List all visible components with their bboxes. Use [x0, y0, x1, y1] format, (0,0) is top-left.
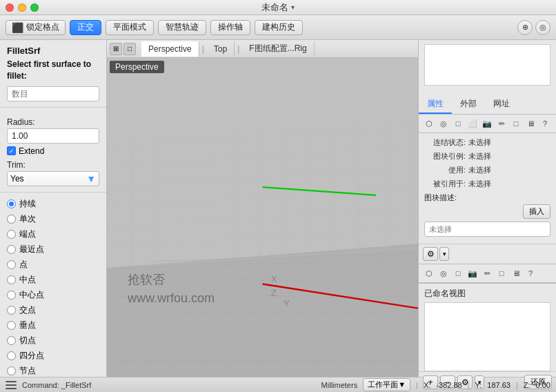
named-views-label: 已命名视图	[419, 284, 556, 302]
smart-track-button[interactable]: 智慧轨迹	[158, 20, 206, 35]
help-icon-2[interactable]: ?	[524, 267, 537, 280]
extend-checkbox[interactable]: ✓	[7, 146, 16, 155]
object-icon[interactable]: ◎	[437, 117, 450, 130]
object-icon-2[interactable]: ◎	[437, 267, 450, 280]
layers-icon[interactable]: ⬡	[423, 117, 435, 130]
edit-icon-2[interactable]: ✏	[481, 267, 493, 280]
x-label: X:	[424, 381, 430, 389]
y-value: 187.63	[487, 381, 510, 389]
gumball-button[interactable]: 操作轴	[210, 20, 250, 35]
prop-label-3: 被引用于:	[424, 179, 466, 189]
svg-text:Y: Y	[284, 298, 290, 308]
prop-value-2: 未选择	[468, 165, 491, 175]
radio-endpoint[interactable]: 端点	[7, 228, 99, 240]
watermark: 抢软否 www.wrfou.com	[128, 271, 215, 308]
display-icon[interactable]: □	[510, 117, 522, 130]
properties-section: 连结状态: 未选择 图块引例: 未选择 使用: 未选择 被引用于: 未选择 图块…	[419, 133, 556, 244]
monitor-icon[interactable]: 🖥	[524, 117, 537, 130]
properties-tabs: 属性 外部 网址	[419, 95, 556, 115]
radius-input[interactable]	[7, 128, 99, 144]
gear-dropdown[interactable]: ▾	[439, 247, 449, 261]
title-bar: 未命名 ▾	[0, 0, 556, 15]
prop-label-1: 图块引例:	[424, 151, 466, 161]
circle-icon-2[interactable]: ◎	[535, 20, 550, 35]
prop-label-0: 连结状态:	[424, 137, 466, 148]
viewport-3d[interactable]: Perspective	[107, 58, 418, 377]
minimize-button[interactable]	[18, 3, 26, 12]
command-text: Command: _FilletSrf	[22, 381, 91, 389]
osnap-section: 持续 单次 端点 最近点 点 中点	[0, 193, 106, 377]
prop-row-1: 图块引例: 未选择	[424, 151, 550, 161]
title-dropdown-icon[interactable]: ▾	[291, 3, 295, 11]
main-layout: FilletSrf Select first surface to fillet…	[0, 40, 556, 377]
block-desc-input[interactable]	[424, 222, 550, 237]
tab-layout-label: F图纸配置...Rig	[249, 43, 306, 55]
tab-perspective-label: Perspective	[148, 44, 192, 54]
prop-value-1: 未选择	[468, 151, 491, 161]
prop-value-0: 未选择	[468, 137, 491, 148]
tab-layout[interactable]: F图纸配置...Rig	[242, 41, 314, 57]
display-icon-2[interactable]: □	[495, 267, 508, 280]
radio-once[interactable]: 单次	[7, 213, 99, 225]
radio-continue[interactable]: 持续	[7, 198, 99, 210]
lock-label: 锁定格点	[26, 21, 59, 33]
edit-icon[interactable]: ✏	[495, 117, 508, 130]
trim-label: Trim:	[7, 160, 99, 170]
tab-external[interactable]: 外部	[452, 95, 485, 114]
planar-button[interactable]: 平面模式	[106, 20, 154, 35]
radio-label-4: 点	[19, 259, 28, 271]
ortho-button[interactable]: 正交	[70, 20, 101, 35]
prop-row-2: 使用: 未选择	[424, 165, 550, 175]
radio-midpoint[interactable]: 中点	[7, 274, 99, 286]
viewport-tab-icons: ⊞ □	[110, 43, 136, 55]
count-input[interactable]	[7, 86, 99, 101]
radio-label-8: 垂点	[19, 320, 36, 331]
panel-title: FilletSrf	[7, 46, 99, 56]
gear-row: ⚙ ▾	[419, 244, 556, 264]
tab-url[interactable]: 网址	[485, 95, 518, 114]
gear-button[interactable]: ⚙	[423, 247, 438, 261]
menu-icon[interactable]	[6, 381, 17, 389]
environment-icon[interactable]: ⬜	[466, 117, 479, 130]
single-view-icon[interactable]: □	[123, 43, 136, 55]
radio-label-7: 交点	[19, 304, 36, 316]
radio-nearest[interactable]: 最近点	[7, 244, 99, 255]
lock-grid-button[interactable]: ⬛ 锁定格点	[6, 20, 66, 35]
maximize-button[interactable]	[30, 3, 39, 12]
radio-label-5: 中点	[19, 274, 36, 286]
radio-perp[interactable]: 垂点	[7, 320, 99, 331]
radio-intersect[interactable]: 交点	[7, 304, 99, 316]
tab-attributes[interactable]: 属性	[419, 95, 452, 114]
tab-perspective[interactable]: Perspective	[141, 41, 199, 57]
radio-quad[interactable]: 四分点	[7, 350, 99, 362]
extend-row: ✓ Extend	[7, 146, 99, 156]
radio-label-9: 切点	[19, 335, 36, 346]
camera-icon[interactable]: 📷	[481, 117, 493, 130]
circle-icon-1[interactable]: ⊕	[517, 20, 533, 35]
tab-top[interactable]: Top	[207, 41, 235, 57]
close-button[interactable]	[6, 3, 14, 12]
radio-label-2: 端点	[19, 228, 36, 240]
radio-center[interactable]: 中心点	[7, 289, 99, 301]
watermark-line2: www.wrfou.com	[128, 289, 215, 308]
layers-icon-2[interactable]: ⬡	[423, 267, 435, 280]
window-controls	[6, 3, 39, 12]
z-label: Z:	[524, 381, 530, 389]
trim-select[interactable]: Yes ▼	[7, 171, 99, 186]
left-panel: FilletSrf Select first surface to fillet…	[0, 40, 107, 377]
radio-knot[interactable]: 节点	[7, 365, 99, 377]
material-icon-2[interactable]: □	[452, 267, 464, 280]
monitor-icon-2[interactable]: 🖥	[510, 267, 522, 280]
workplane-button[interactable]: 工作平面▼	[363, 378, 410, 391]
insert-button[interactable]: 插入	[523, 204, 550, 219]
z-value: 0.00	[536, 381, 550, 389]
radio-point[interactable]: 点	[7, 259, 99, 271]
help-icon[interactable]: ?	[539, 117, 551, 130]
prop-row-3: 被引用于: 未选择	[424, 179, 550, 189]
material-icon[interactable]: □	[452, 117, 464, 130]
camera-icon-2[interactable]: 📷	[466, 267, 479, 280]
tab-top-label: Top	[214, 44, 227, 54]
history-button[interactable]: 建构历史	[255, 20, 303, 35]
grid-icon[interactable]: ⊞	[110, 43, 122, 55]
radio-tan[interactable]: 切点	[7, 335, 99, 346]
